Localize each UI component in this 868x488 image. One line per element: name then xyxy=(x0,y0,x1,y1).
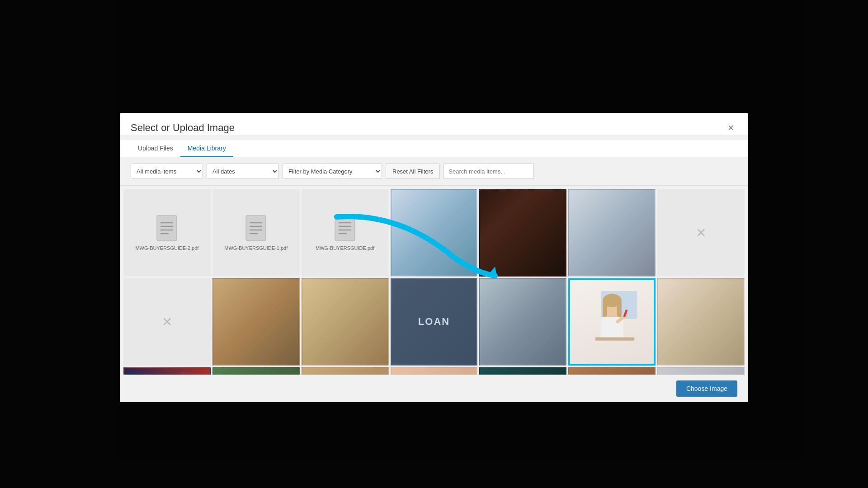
pdf-name: MWG-BUYERSGUIDE-1.pdf xyxy=(222,245,289,251)
media-item[interactable] xyxy=(391,189,478,277)
search-input[interactable] xyxy=(443,164,534,179)
media-item[interactable] xyxy=(568,189,656,277)
modal-overlay: Select or Upload Image × Upload Files Me… xyxy=(0,0,868,488)
svg-rect-18 xyxy=(603,300,607,317)
svg-rect-5 xyxy=(246,216,266,241)
modal-header: Select or Upload Image × xyxy=(120,113,748,135)
woman-pen-image xyxy=(579,288,646,355)
media-item[interactable] xyxy=(302,367,389,375)
media-item[interactable] xyxy=(657,278,745,366)
media-grid: MWG-BUYERSGUIDE-2.pdf xyxy=(123,189,745,375)
reset-filters-button[interactable]: Reset All Filters xyxy=(386,164,440,179)
media-item[interactable]: MWG-BUYERSGUIDE-2.pdf xyxy=(123,189,211,277)
modal-toolbar: All media items All dates Filter by Medi… xyxy=(120,157,748,186)
tab-upload[interactable]: Upload Files xyxy=(131,140,180,157)
media-item[interactable] xyxy=(212,278,300,366)
close-button[interactable]: × xyxy=(724,121,737,135)
filter-dates[interactable]: All dates xyxy=(207,164,279,179)
tab-media-library[interactable]: Media Library xyxy=(180,140,233,157)
pdf-icon: MWG-BUYERSGUIDE-1.pdf xyxy=(222,215,289,251)
svg-rect-10 xyxy=(335,216,355,241)
filter-media-category[interactable]: Filter by Media Category xyxy=(283,164,382,179)
modal-title: Select or Upload Image xyxy=(131,122,235,134)
svg-rect-19 xyxy=(617,300,622,317)
media-item[interactable]: LOAN xyxy=(391,278,478,366)
broken-icon: ✕ xyxy=(696,225,706,240)
media-item[interactable] xyxy=(657,367,745,375)
pdf-name: MWG-BUYERSGUIDE.pdf xyxy=(314,245,376,251)
svg-rect-23 xyxy=(595,338,634,341)
media-item[interactable] xyxy=(479,278,566,366)
modal-body: MWG-BUYERSGUIDE-2.pdf xyxy=(120,186,748,375)
pdf-icon: MWG-BUYERSGUIDE.pdf xyxy=(314,215,376,251)
media-item[interactable] xyxy=(391,367,478,375)
media-item[interactable]: ✕ xyxy=(657,189,745,277)
choose-image-button[interactable]: Choose Image xyxy=(676,380,737,397)
media-item[interactable]: MWG-BUYERSGUIDE.pdf xyxy=(302,189,389,277)
media-item[interactable]: afford xyxy=(479,367,566,375)
media-item[interactable]: VISA xyxy=(123,367,211,375)
media-item[interactable]: ✕ xyxy=(123,278,211,366)
pdf-name: MWG-BUYERSGUIDE-2.pdf xyxy=(133,245,200,251)
pdf-icon: MWG-BUYERSGUIDE-2.pdf xyxy=(133,215,200,251)
media-item[interactable]: MWG-BUYERSGUIDE-1.pdf xyxy=(212,189,300,277)
media-item-selected[interactable] xyxy=(568,278,656,366)
filter-media-type[interactable]: All media items xyxy=(131,164,203,179)
svg-rect-0 xyxy=(157,216,177,241)
media-item[interactable] xyxy=(479,189,566,277)
media-item[interactable] xyxy=(302,278,389,366)
modal-tabs: Upload Files Media Library xyxy=(120,140,748,157)
modal-footer: Choose Image xyxy=(120,375,748,402)
media-item[interactable]: $ xyxy=(212,367,300,375)
media-item[interactable] xyxy=(568,367,656,375)
modal-dialog: Select or Upload Image × Upload Files Me… xyxy=(120,113,748,402)
media-grid-container[interactable]: MWG-BUYERSGUIDE-2.pdf xyxy=(120,186,748,375)
broken-icon: ✕ xyxy=(162,314,172,329)
